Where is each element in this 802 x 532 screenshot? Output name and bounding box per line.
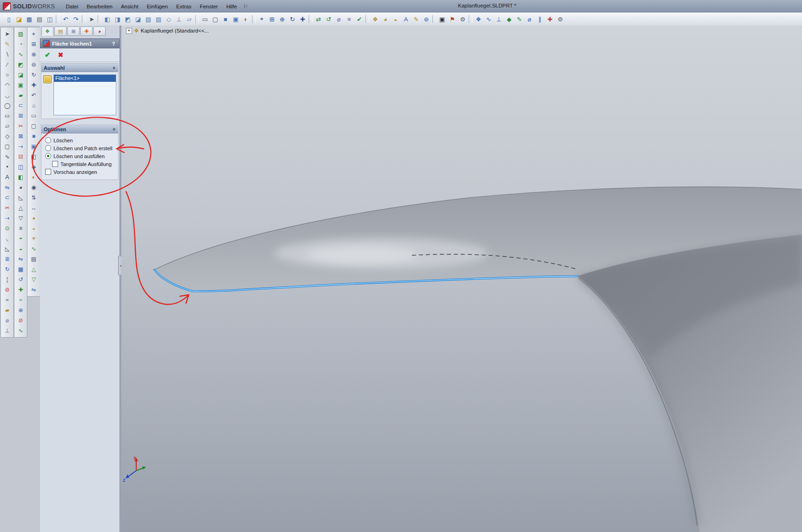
sketch-toolbar-icon[interactable]: ✎ bbox=[514, 14, 524, 24]
toolbar-icon[interactable] bbox=[469, 15, 472, 23]
delete-face-icon[interactable]: ⊟ bbox=[15, 152, 26, 162]
mass-properties-icon[interactable]: ≡ bbox=[344, 14, 354, 24]
polygon-icon[interactable]: ◇ bbox=[2, 131, 13, 141]
configurationmanager-tab[interactable]: ⊞ bbox=[67, 27, 80, 36]
select-icon[interactable]: ➤ bbox=[86, 14, 97, 24]
knit-surface-icon[interactable]: ⊞ bbox=[15, 111, 26, 121]
shadow-icon[interactable]: ◧ bbox=[28, 152, 39, 162]
save-icon[interactable]: ▦ bbox=[24, 14, 34, 24]
wireframe-icon[interactable]: ▭ bbox=[200, 14, 210, 24]
toolbar-icon[interactable] bbox=[98, 15, 101, 23]
line-icon[interactable]: ∖ bbox=[2, 49, 13, 60]
ok-button[interactable]: ✔ bbox=[45, 51, 51, 59]
balloon-icon[interactable]: ⊚ bbox=[421, 14, 431, 24]
cancel-button[interactable]: ✖ bbox=[58, 51, 64, 59]
selection-list-item[interactable]: Fläche<1> bbox=[54, 75, 116, 82]
previous-view-icon[interactable]: ↶ bbox=[28, 90, 39, 100]
print-preview-icon[interactable]: ◫ bbox=[45, 14, 55, 24]
revolved-surface-icon[interactable]: ◔ bbox=[15, 39, 26, 49]
dimxpertmanager-tab[interactable]: ✚ bbox=[80, 27, 93, 36]
standard-views-icon[interactable]: ⌂ bbox=[28, 100, 39, 111]
curve-tool-icon[interactable]: ∿ bbox=[484, 14, 494, 24]
circular-sketch-pattern-icon[interactable]: ↻ bbox=[2, 264, 13, 274]
toolbar-icon[interactable] bbox=[195, 15, 199, 23]
pan-icon[interactable]: ✚ bbox=[298, 14, 308, 24]
fillet-icon[interactable]: ◕ bbox=[15, 182, 26, 193]
edit-appearance-icon[interactable]: ◕ bbox=[28, 213, 39, 223]
symmetry-check-icon[interactable]: ⇋ bbox=[28, 285, 39, 295]
instant3d-icon[interactable]: ◆ bbox=[504, 14, 514, 24]
apply-scene-icon[interactable]: ◒ bbox=[28, 223, 39, 233]
print-icon[interactable]: ▤ bbox=[34, 14, 45, 24]
rotate-view-tool-icon[interactable]: ↻ bbox=[28, 70, 39, 80]
section-view-icon[interactable]: ◐ bbox=[241, 14, 251, 24]
top-view-icon[interactable]: ▧ bbox=[143, 14, 153, 24]
menu-item[interactable]: Einfügen bbox=[143, 2, 172, 11]
propertymanager-tab[interactable]: ▤ bbox=[54, 27, 66, 36]
jog-line-icon[interactable]: ≈ bbox=[2, 295, 13, 305]
rectangle-icon[interactable]: ▭ bbox=[2, 111, 13, 121]
spline-icon[interactable]: ∿ bbox=[2, 152, 13, 162]
sketch-chamfer-icon[interactable]: ◺ bbox=[2, 244, 13, 254]
offset-surface-icon[interactable]: ⊂ bbox=[15, 100, 26, 111]
tangent-arc-icon[interactable]: ◡ bbox=[2, 90, 13, 100]
collapse-icon[interactable]: « bbox=[112, 66, 117, 69]
flex-icon[interactable]: ∿ bbox=[15, 326, 26, 336]
rib-icon[interactable]: ≡ bbox=[15, 223, 26, 233]
smart-dimension-icon[interactable]: ⌀ bbox=[524, 14, 535, 24]
parallelogram-icon[interactable]: ▱ bbox=[2, 121, 13, 131]
slot-icon[interactable]: ▢ bbox=[2, 141, 13, 152]
simulation-icon[interactable]: ⚙ bbox=[457, 14, 468, 24]
construction-geometry-icon[interactable]: ¦ bbox=[2, 274, 13, 285]
toolbar-icon[interactable] bbox=[365, 15, 369, 23]
filled-surface-icon[interactable]: ▣ bbox=[15, 80, 26, 90]
circular-pattern-icon[interactable]: ↺ bbox=[15, 274, 26, 285]
reference-geometry-icon[interactable]: ⊥ bbox=[494, 14, 504, 24]
radio-option[interactable]: Löschen und ausfüllen bbox=[45, 152, 116, 160]
options-icon[interactable]: ⚙ bbox=[555, 14, 565, 24]
toolbar-icon[interactable] bbox=[432, 15, 436, 23]
help-button[interactable]: ? bbox=[110, 41, 117, 47]
exploded-view-icon[interactable]: ❖ bbox=[473, 14, 484, 24]
linear-sketch-pattern-icon[interactable]: ≣ bbox=[2, 254, 13, 264]
sketch-fillet-icon[interactable]: ◟ bbox=[2, 233, 13, 244]
fullscreen-icon[interactable]: ↔ bbox=[28, 203, 39, 213]
boundary-surface-icon[interactable]: ◪ bbox=[15, 70, 26, 80]
combine-icon[interactable]: ⊕ bbox=[15, 305, 26, 315]
undercut-analysis-icon[interactable]: ▽ bbox=[28, 274, 39, 285]
left-view-icon[interactable]: ◩ bbox=[123, 14, 133, 24]
annotation-icon[interactable]: A bbox=[401, 14, 411, 24]
shaded-mode-icon[interactable]: ■ bbox=[28, 131, 39, 141]
zoom-area-icon[interactable]: ⊞ bbox=[267, 14, 277, 24]
measure-icon[interactable]: ⌀ bbox=[334, 14, 344, 24]
thicken-icon[interactable]: ◧ bbox=[15, 172, 26, 182]
untrim-surface-icon[interactable]: ⊠ bbox=[15, 131, 26, 141]
toolbar-icon[interactable] bbox=[82, 15, 86, 23]
convert-entities-icon[interactable]: ⊙ bbox=[2, 223, 13, 233]
split-icon[interactable]: ⊘ bbox=[15, 315, 26, 326]
replace-face-icon[interactable]: ◫ bbox=[15, 162, 26, 172]
redo-icon[interactable]: ↷ bbox=[71, 14, 81, 24]
trim-surface-icon[interactable]: ✂ bbox=[15, 121, 26, 131]
menu-item[interactable]: Datei bbox=[61, 2, 82, 11]
zoom-out-tool-icon[interactable]: ⊖ bbox=[28, 60, 39, 70]
normal-to-icon[interactable]: ⊥ bbox=[174, 14, 184, 24]
draft-analysis-icon[interactable]: △ bbox=[28, 264, 39, 274]
isometric-view-icon[interactable]: ◇ bbox=[164, 14, 174, 24]
auswahl-group-header[interactable]: Auswahl « bbox=[41, 64, 118, 72]
wrap-icon[interactable]: ◒ bbox=[15, 244, 26, 254]
check-geometry-icon[interactable]: ✔ bbox=[354, 14, 365, 24]
pan-tool-icon[interactable]: ✚ bbox=[28, 80, 39, 90]
screen-capture-icon[interactable]: ▣ bbox=[437, 14, 447, 24]
featuremanager-tab[interactable]: ❖ bbox=[41, 27, 53, 36]
radio-option[interactable]: Löschen und Patch erstell bbox=[45, 144, 116, 152]
hidden-lines-icon[interactable]: ▢ bbox=[210, 14, 220, 24]
swept-surface-icon[interactable]: ∿ bbox=[15, 49, 26, 60]
split-entities-icon[interactable]: ⊘ bbox=[2, 285, 13, 295]
menu-item[interactable]: Ansicht bbox=[117, 2, 143, 11]
centerline-icon[interactable]: ∕ bbox=[2, 60, 13, 70]
checkbox-option[interactable]: Tangentiale Ausfüllung bbox=[52, 160, 116, 168]
extend-entities-icon[interactable]: ⇢ bbox=[2, 213, 13, 223]
extend-surface-icon[interactable]: ⇢ bbox=[15, 141, 26, 152]
mirror-entities-icon[interactable]: ⇋ bbox=[2, 182, 13, 193]
